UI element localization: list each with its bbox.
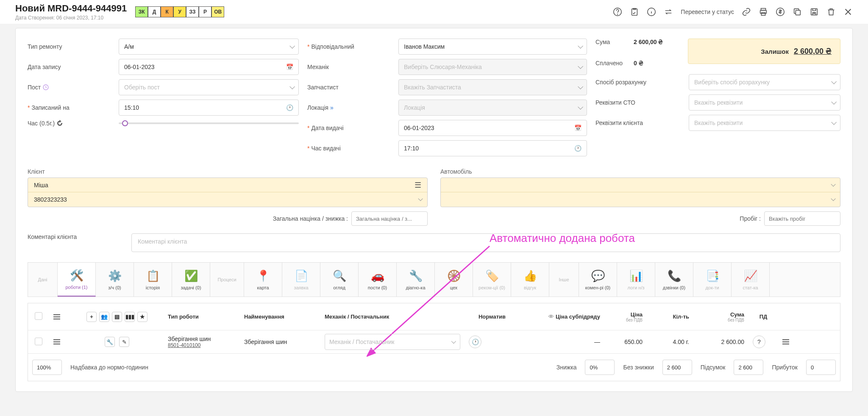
nodisc-label: Без знижки [623, 364, 654, 371]
clipboard-check-icon[interactable] [630, 7, 639, 17]
percent-value[interactable]: 100% [32, 360, 62, 375]
tab-other[interactable]: Інше [549, 263, 579, 297]
discount-label: Загальна націнка / знижка : [273, 215, 348, 222]
booked-time-field[interactable]: 15:10🕐 [119, 100, 299, 116]
select-all-checkbox[interactable] [35, 312, 42, 320]
mechanic-select[interactable]: Виберіть Слюсаря-Механіка [398, 59, 587, 75]
chevron-down-icon [418, 196, 423, 201]
status-pill-k[interactable]: К [161, 6, 173, 17]
svg-rect-6 [761, 13, 765, 15]
location-link-icon[interactable]: » [330, 104, 334, 111]
menu-icon[interactable]: ☰ [415, 180, 421, 190]
table-header: + 👥 ▤ ▮▮▮ ★ Тип роботи Найменування Меха… [28, 303, 840, 330]
clock-icon: 🕐 [574, 145, 581, 152]
calendar-icon: 📅 [574, 125, 581, 131]
parts-select[interactable]: Вкажіть Запчастиста [398, 79, 587, 95]
sto-req-select[interactable]: Вкажіть реквізити [689, 94, 840, 111]
history-icon: 📋 [146, 269, 160, 283]
row-trailing-menu-icon[interactable] [782, 339, 795, 344]
issue-date-field[interactable]: 06-01-2023📅 [398, 120, 587, 136]
tab-feedback[interactable]: 👍відгук [511, 263, 549, 297]
tab-comments[interactable]: 💬комен-рі (0) [579, 263, 617, 297]
clock-icon: 🕐 [286, 104, 293, 111]
money-icon[interactable] [776, 7, 785, 17]
tab-inspection[interactable]: 🔍огляд [320, 263, 359, 297]
duration-slider[interactable] [119, 122, 299, 124]
auto-row-2[interactable] [441, 192, 840, 207]
post-select[interactable]: Оберіть пост [119, 79, 299, 95]
status-pill-zz[interactable]: ЗЗ [186, 6, 199, 17]
row-menu-icon[interactable] [53, 339, 66, 344]
annotation-text: Автоматично додана робота [490, 232, 635, 245]
client-name-row[interactable]: Міша☰ [28, 178, 427, 192]
help-icon[interactable] [613, 7, 622, 17]
diagnostic-icon: 🔧 [409, 269, 423, 283]
tab-diag[interactable]: 🔧діагно-ка [397, 263, 435, 297]
tab-workshop[interactable]: 🛞цех [435, 263, 473, 297]
tab-works[interactable]: 🛠️роботи (1) [58, 263, 96, 297]
norm-clock-icon[interactable]: 🕐 [469, 336, 481, 348]
location-select[interactable]: Локація [398, 100, 587, 116]
close-icon[interactable] [843, 7, 853, 17]
row-checkbox[interactable] [35, 338, 42, 345]
tab-calls[interactable]: 📞дзвінки (0) [655, 263, 693, 297]
mileage-input[interactable] [764, 211, 840, 226]
status-pill-r[interactable]: Р [199, 6, 211, 17]
tab-tasks[interactable]: ✅задачі (0) [172, 263, 210, 297]
status-pill-d[interactable]: Д [148, 6, 161, 17]
wrench-button[interactable]: 🔧 [105, 337, 115, 347]
tab-processes[interactable]: Процеси [210, 263, 244, 297]
client-phone-row[interactable]: 3802323233 [28, 192, 427, 207]
star-button[interactable]: ★ [137, 312, 147, 322]
tab-history[interactable]: 📋історія [134, 263, 172, 297]
save-icon[interactable] [810, 7, 819, 17]
auto-row-1[interactable] [441, 178, 840, 192]
subtotal-value: 2 600 [734, 360, 763, 375]
list-button[interactable]: ▤ [112, 312, 122, 322]
svg-point-1 [618, 14, 618, 14]
client-req-select[interactable]: Вкажіть реквізити [689, 115, 840, 131]
add-button[interactable]: + [86, 312, 97, 322]
payment-method-select[interactable]: Виберіть спосіб розрахунку [689, 74, 840, 90]
record-date-field[interactable]: 06-01-2023📅 [119, 59, 299, 75]
status-pill-u[interactable]: У [173, 6, 186, 17]
row-code-link[interactable]: 8501-4010100 [168, 342, 236, 348]
tab-data[interactable]: Дані [28, 263, 58, 297]
log-icon: 📊 [629, 269, 643, 283]
row-mechanic-select[interactable]: Механік / Постачальник [325, 334, 460, 350]
comment-field[interactable]: Коментарі клієнта [131, 233, 840, 252]
repair-type-select[interactable]: А/м [119, 39, 299, 55]
copy-icon[interactable] [793, 7, 802, 17]
tab-stats[interactable]: 📈стат-ка [732, 263, 770, 297]
edit-button[interactable]: ✎ [119, 337, 129, 347]
tab-parts[interactable]: ⚙️з/ч (0) [96, 263, 134, 297]
tab-docs[interactable]: 📑док-ти [693, 263, 732, 297]
users-button[interactable]: 👥 [99, 312, 109, 322]
link-icon[interactable] [742, 7, 751, 17]
vat-help-icon[interactable]: ? [753, 336, 765, 348]
print-icon[interactable] [759, 7, 768, 17]
responsible-select[interactable]: Іванов Максим [398, 39, 587, 55]
discount-value[interactable]: 0% [585, 360, 615, 375]
transfer-label[interactable]: Перевести у статус [681, 8, 734, 15]
info-icon[interactable] [647, 7, 656, 17]
badge-icon: 🏷️ [485, 269, 499, 283]
tab-posts[interactable]: 🚗пости (0) [359, 263, 397, 297]
th-sum: Сумабез ПДВ [693, 308, 748, 326]
discount-input[interactable] [351, 211, 428, 226]
tab-logs[interactable]: 📊логи н/з [617, 263, 655, 297]
tab-recommendations[interactable]: 🏷️реком-ції (0) [473, 263, 511, 297]
status-pill-zk[interactable]: ЗК [135, 6, 148, 17]
transfer-icon[interactable] [664, 7, 673, 17]
auto-box [440, 177, 840, 207]
svg-rect-9 [811, 9, 818, 15]
status-pill-ov[interactable]: ОВ [211, 6, 224, 17]
header-menu-icon[interactable] [53, 314, 66, 319]
tab-map[interactable]: 📍карта [244, 263, 282, 297]
delete-icon[interactable] [826, 7, 836, 17]
paid-value: 0 ₴ [634, 60, 643, 67]
tab-request[interactable]: 📄заявка [282, 263, 320, 297]
issue-time-field[interactable]: 17:10🕐 [398, 140, 587, 156]
barcode-button[interactable]: ▮▮▮ [125, 312, 135, 322]
car-icon: 🚗 [371, 269, 384, 283]
